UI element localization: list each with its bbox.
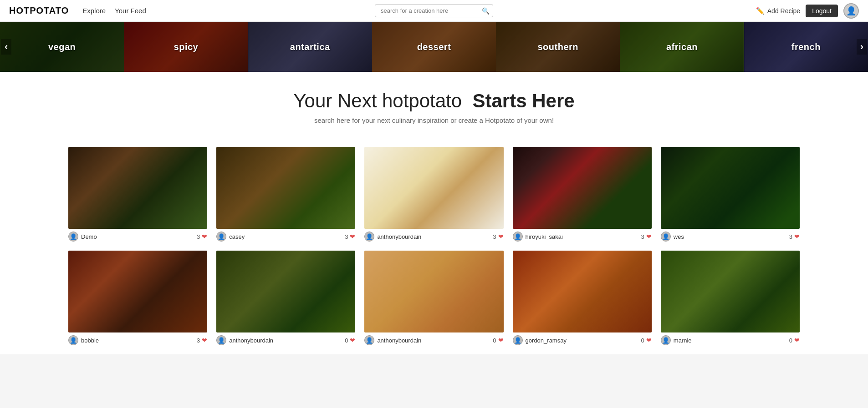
heart-icon[interactable]: ❤ xyxy=(202,233,207,240)
like-count: 3 xyxy=(197,337,200,344)
recipe-image xyxy=(68,251,207,332)
recipe-card[interactable]: 👤 hiroyuki_sakai 3 ❤ xyxy=(513,147,652,242)
like-count: 0 xyxy=(641,337,644,344)
recipe-username: wes xyxy=(674,233,684,240)
hero-section: Your Next hotpotato Starts Here search h… xyxy=(0,72,868,138)
category-label: french xyxy=(791,42,821,52)
recipe-username: anthonybourdain xyxy=(229,337,273,344)
like-count: 0 xyxy=(493,337,496,344)
heart-icon[interactable]: ❤ xyxy=(202,337,207,344)
recipe-meta: 👤 anthonybourdain 0 ❤ xyxy=(216,332,355,345)
recipe-meta: 👤 Demo 3 ❤ xyxy=(68,229,207,242)
category-strip: ‹ vegan spicy antartica dessert southern… xyxy=(0,22,868,72)
recipe-image xyxy=(661,251,800,332)
hero-title: Your Next hotpotato Starts Here xyxy=(9,90,859,112)
recipe-image xyxy=(661,147,800,229)
avatar: 👤 xyxy=(661,232,671,242)
like-count: 3 xyxy=(493,233,496,240)
nav-feed[interactable]: Your Feed xyxy=(115,7,146,15)
heart-icon[interactable]: ❤ xyxy=(350,337,355,344)
recipe-grid: 👤 Demo 3 ❤ 👤 casey 3 ❤ xyxy=(0,138,868,354)
heart-icon[interactable]: ❤ xyxy=(498,233,504,240)
avatar: 👤 xyxy=(513,232,523,242)
category-item-spicy[interactable]: spicy xyxy=(124,22,248,72)
like-count: 3 xyxy=(789,233,792,240)
category-item-vegan[interactable]: vegan xyxy=(0,22,124,72)
hero-title-suffix: Starts Here xyxy=(472,90,574,111)
avatar: 👤 xyxy=(661,335,671,345)
category-prev-button[interactable]: ‹ xyxy=(1,39,11,55)
category-item-antartica[interactable]: antartica xyxy=(248,22,372,72)
recipe-username: Demo xyxy=(81,233,97,240)
recipe-card[interactable]: 👤 anthonybourdain 3 ❤ xyxy=(364,147,503,242)
category-item-southern[interactable]: southern xyxy=(496,22,620,72)
recipe-image xyxy=(513,251,652,332)
avatar: 👤 xyxy=(68,335,78,345)
recipe-meta: 👤 anthonybourdain 0 ❤ xyxy=(364,332,503,345)
logout-button[interactable]: Logout xyxy=(806,5,838,17)
recipe-image xyxy=(216,147,355,229)
navbar: HOTPOTATO Explore Your Feed 🔍 ✏️ Add Rec… xyxy=(0,0,868,22)
search-input[interactable] xyxy=(375,4,493,17)
recipe-image xyxy=(364,251,503,332)
recipe-meta: 👤 anthonybourdain 3 ❤ xyxy=(364,229,503,242)
category-label: antartica xyxy=(290,42,330,52)
like-count: 0 xyxy=(345,337,348,344)
recipe-meta: 👤 hiroyuki_sakai 3 ❤ xyxy=(513,229,652,242)
recipe-username: anthonybourdain xyxy=(377,337,421,344)
recipe-card[interactable]: 👤 bobbie 3 ❤ xyxy=(68,251,207,345)
recipe-image xyxy=(364,147,503,229)
nav-right: ✏️ Add Recipe Logout 👤 xyxy=(756,3,859,19)
recipe-image xyxy=(216,251,355,332)
app-logo[interactable]: HOTPOTATO xyxy=(9,5,69,16)
avatar: 👤 xyxy=(364,232,374,242)
recipe-username: marnie xyxy=(674,337,692,344)
category-next-button[interactable]: › xyxy=(857,39,867,55)
category-item-french[interactable]: french xyxy=(744,22,868,72)
heart-icon[interactable]: ❤ xyxy=(794,233,800,240)
category-item-african[interactable]: african xyxy=(620,22,744,72)
recipe-card[interactable]: 👤 wes 3 ❤ xyxy=(661,147,800,242)
recipe-image xyxy=(513,147,652,229)
avatar: 👤 xyxy=(68,232,78,242)
avatar: 👤 xyxy=(364,335,374,345)
recipe-username: gordon_ramsay xyxy=(526,337,567,344)
recipe-image xyxy=(68,147,207,229)
user-avatar[interactable]: 👤 xyxy=(843,3,859,19)
heart-icon[interactable]: ❤ xyxy=(350,233,355,240)
avatar: 👤 xyxy=(513,335,523,345)
recipe-username: casey xyxy=(229,233,245,240)
recipe-card[interactable]: 👤 gordon_ramsay 0 ❤ xyxy=(513,251,652,345)
recipe-card[interactable]: 👤 anthonybourdain 0 ❤ xyxy=(216,251,355,345)
heart-icon[interactable]: ❤ xyxy=(646,233,652,240)
category-label: dessert xyxy=(417,42,451,52)
like-count: 3 xyxy=(197,233,200,240)
recipe-card[interactable]: 👤 marnie 0 ❤ xyxy=(661,251,800,345)
heart-icon[interactable]: ❤ xyxy=(498,337,504,344)
pencil-icon: ✏️ xyxy=(756,7,765,15)
recipe-username: bobbie xyxy=(81,337,99,344)
like-count: 3 xyxy=(641,233,644,240)
hero-subtitle: search here for your next culinary inspi… xyxy=(9,116,859,124)
recipe-meta: 👤 bobbie 3 ❤ xyxy=(68,332,207,345)
search-wrapper: 🔍 xyxy=(375,4,493,17)
category-label: african xyxy=(666,42,698,52)
like-count: 0 xyxy=(789,337,792,344)
recipe-meta: 👤 gordon_ramsay 0 ❤ xyxy=(513,332,652,345)
recipe-card[interactable]: 👤 anthonybourdain 0 ❤ xyxy=(364,251,503,345)
avatar: 👤 xyxy=(216,232,226,242)
recipe-meta: 👤 wes 3 ❤ xyxy=(661,229,800,242)
nav-explore[interactable]: Explore xyxy=(82,7,106,15)
recipe-card[interactable]: 👤 casey 3 ❤ xyxy=(216,147,355,242)
heart-icon[interactable]: ❤ xyxy=(794,337,800,344)
add-recipe-button[interactable]: ✏️ Add Recipe xyxy=(756,7,800,15)
category-item-dessert[interactable]: dessert xyxy=(372,22,496,72)
recipe-card[interactable]: 👤 Demo 3 ❤ xyxy=(68,147,207,242)
heart-icon[interactable]: ❤ xyxy=(646,337,652,344)
like-count: 3 xyxy=(345,233,348,240)
recipe-meta: 👤 casey 3 ❤ xyxy=(216,229,355,242)
recipe-meta: 👤 marnie 0 ❤ xyxy=(661,332,800,345)
recipe-username: hiroyuki_sakai xyxy=(526,233,563,240)
category-label: vegan xyxy=(48,42,76,52)
search-icon: 🔍 xyxy=(482,7,490,15)
